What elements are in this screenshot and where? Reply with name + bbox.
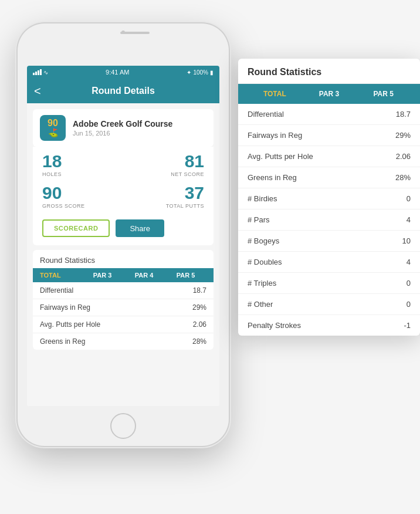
popup-row-greens: Greens in Reg 28%: [238, 167, 420, 188]
phone-frame: ∿ 9:41 AM ✦ 100% ▮ < Round Details 90 ⛳: [18, 23, 229, 446]
bluetooth-icon: ✦: [187, 69, 191, 76]
round-stats-section: Round Statistics TOTAL PAR 3 PAR 4 PAR 5…: [33, 250, 214, 350]
total-putts-stat: 37 TOTAL PUTTS: [166, 184, 204, 209]
status-bar: ∿ 9:41 AM ✦ 100% ▮: [27, 66, 219, 79]
popup-value-fairways: 29%: [395, 131, 411, 140]
holes-stat: 18 HOLES: [42, 153, 62, 177]
course-info: Adobe Creek Golf Course Jun 15, 2016: [73, 119, 172, 137]
course-score-badge: 90: [48, 119, 58, 128]
popup-row-bogeys: # Bogeys 10: [238, 231, 420, 252]
popup-label-penalty: Penalty Strokes: [248, 321, 301, 330]
stats-col-total: TOTAL: [40, 272, 82, 279]
course-date: Jun 15, 2016: [73, 130, 172, 137]
phone-screen: ∿ 9:41 AM ✦ 100% ▮ < Round Details 90 ⛳: [27, 66, 219, 406]
stat-value-differential: 18.7: [151, 286, 206, 295]
course-card: 90 ⛳ Adobe Creek Golf Course Jun 15, 201…: [33, 109, 214, 147]
stats-col-par5: PAR 5: [165, 272, 206, 279]
top-stats-row: 18 HOLES 81 NET SCORE: [33, 147, 214, 182]
course-name: Adobe Creek Golf Course: [73, 119, 172, 128]
popup-label-bogeys: # Bogeys: [248, 236, 279, 245]
stats-header: TOTAL PAR 3 PAR 4 PAR 5: [33, 268, 214, 282]
course-icon: 90 ⛳: [40, 115, 66, 141]
holes-value: 18: [42, 153, 62, 170]
gross-score-stat: 90 GROSS SCORE: [42, 184, 85, 209]
popup-label-doubles: # Doubles: [248, 258, 282, 266]
stat-value-fairways: 29%: [151, 303, 206, 312]
popup-row-other: # Other 0: [238, 294, 420, 315]
total-putts-value: 37: [166, 184, 204, 202]
popup-value-other: 0: [407, 300, 411, 309]
stat-row-greens: Greens in Reg 28%: [33, 333, 214, 350]
popup-label-triples: # Triples: [248, 279, 276, 288]
stat-label-fairways: Fairways in Reg: [40, 303, 151, 312]
popup-label-fairways: Fairways in Reg: [248, 131, 302, 140]
popup-value-birdies: 0: [407, 194, 411, 203]
stat-label-differential: Differential: [40, 286, 151, 295]
stat-row-fairways: Fairways in Reg 29%: [33, 299, 214, 316]
stat-value-greens: 28%: [151, 337, 206, 346]
page-title: Round Details: [92, 86, 155, 96]
stat-label-putts-per-hole: Avg. Putts per Hole: [40, 320, 151, 329]
golf-icon: ⛳: [48, 128, 58, 137]
popup-value-doubles: 4: [407, 258, 411, 266]
net-score-value: 81: [171, 153, 204, 170]
popup-row-pars: # Pars 4: [238, 209, 420, 231]
net-score-stat: 81 NET SCORE: [171, 153, 204, 177]
popup-tab-par3[interactable]: PAR 3: [302, 87, 357, 100]
popup-value-penalty: -1: [404, 321, 411, 330]
popup-label-pars: # Pars: [248, 215, 270, 224]
popup-value-pars: 4: [407, 215, 411, 224]
round-stats-title: Round Statistics: [33, 250, 214, 268]
battery-level: 100%: [193, 69, 208, 76]
stat-label-greens: Greens in Reg: [40, 337, 151, 346]
popup-label-putts-per-hole: Avg. Putts per Hole: [248, 152, 313, 161]
gross-score-label: GROSS SCORE: [42, 203, 85, 209]
popup-value-putts-per-hole: 2.06: [396, 152, 411, 161]
popup-row-differential: Differential 18.7: [238, 104, 420, 125]
popup-label-birdies: # Birdies: [248, 194, 277, 203]
status-left: ∿: [33, 69, 48, 76]
popup-row-fairways: Fairways in Reg 29%: [238, 125, 420, 146]
status-time: 9:41 AM: [106, 69, 129, 76]
net-score-label: NET SCORE: [171, 171, 204, 177]
popup-row-birdies: # Birdies 0: [238, 188, 420, 209]
scorecard-button[interactable]: SCORECARD: [42, 219, 110, 237]
popup-row-doubles: # Doubles 4: [238, 252, 420, 273]
app-content: 90 ⛳ Adobe Creek Golf Course Jun 15, 201…: [27, 103, 219, 406]
holes-label: HOLES: [42, 171, 62, 177]
gross-score-value: 90: [42, 184, 85, 202]
stat-row-putts-per-hole: Avg. Putts per Hole 2.06: [33, 316, 214, 333]
popup-tabs: TOTAL PAR 3 PAR 5: [238, 84, 420, 104]
popup-value-triples: 0: [407, 279, 411, 288]
popup-label-other: # Other: [248, 300, 273, 309]
battery-icon: ▮: [210, 69, 214, 76]
popup-panel: Round Statistics TOTAL PAR 3 PAR 5 Diffe…: [238, 59, 420, 336]
popup-row-putts-per-hole: Avg. Putts per Hole 2.06: [238, 146, 420, 167]
action-row: SCORECARD Share: [33, 214, 214, 245]
popup-tab-total[interactable]: TOTAL: [248, 87, 302, 100]
wifi-icon: ∿: [43, 69, 48, 76]
popup-value-differential: 18.7: [396, 110, 411, 119]
popup-label-greens: Greens in Reg: [248, 173, 297, 182]
back-button[interactable]: <: [34, 84, 41, 98]
popup-row-penalty: Penalty Strokes -1: [238, 315, 420, 336]
popup-value-bogeys: 10: [402, 236, 411, 245]
stat-row-differential: Differential 18.7: [33, 282, 214, 299]
stats-col-par3: PAR 3: [82, 272, 123, 279]
bottom-stats-row: 90 GROSS SCORE 37 TOTAL PUTTS: [33, 182, 214, 214]
share-button[interactable]: Share: [116, 219, 164, 237]
app-header: < Round Details: [27, 79, 219, 103]
total-putts-label: TOTAL PUTTS: [166, 203, 204, 209]
popup-title: Round Statistics: [238, 59, 420, 84]
stat-value-putts-per-hole: 2.06: [151, 320, 206, 329]
popup-tab-par5[interactable]: PAR 5: [356, 87, 411, 100]
popup-value-greens: 28%: [395, 173, 411, 182]
popup-row-triples: # Triples 0: [238, 273, 420, 294]
popup-label-differential: Differential: [248, 110, 284, 119]
signal-icon: [33, 69, 42, 75]
status-right: ✦ 100% ▮: [187, 69, 214, 76]
phone-home-button[interactable]: [110, 413, 136, 439]
stats-col-par4: PAR 4: [123, 272, 165, 279]
